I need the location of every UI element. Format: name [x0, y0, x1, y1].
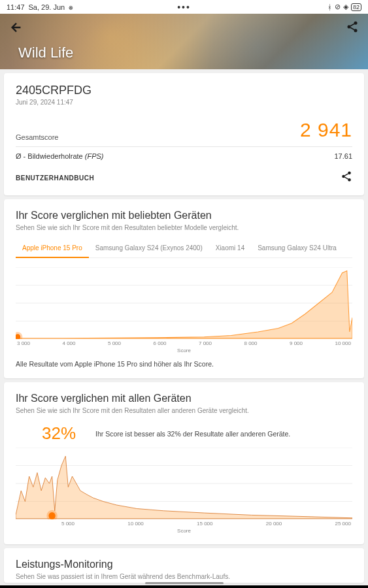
- chart-all: [16, 448, 352, 519]
- wifi-icon: ◈: [343, 3, 348, 11]
- location-icon: ⎈: [69, 3, 73, 11]
- fps-label: Ø - Bildwiederholrate (FPS): [16, 152, 104, 160]
- compare-all-card: Ihr Score verglichen mit allen Geräten S…: [4, 382, 364, 544]
- nav-bar: [0, 585, 368, 588]
- status-dots: •••: [177, 2, 191, 12]
- device-name: 2405CRPFDG: [16, 84, 352, 97]
- dnd-icon: ⊘: [335, 3, 341, 11]
- chart-all-xticks: 5 00010 000 15 00020 000 25 000: [16, 521, 352, 527]
- chart-all-xlabel: Score: [16, 528, 352, 534]
- hero-banner: Wild Life: [0, 14, 368, 69]
- svg-point-0: [354, 22, 358, 25]
- tab-galaxys24ultra[interactable]: Samsung Galaxy S24 Ultra: [251, 240, 343, 257]
- compare-all-title: Ihr Score verglichen mit allen Geräten: [16, 393, 352, 404]
- chart-popular-xticks: 3 0004 000 5 0006 000 7 0008 000 9 00010…: [16, 340, 352, 346]
- tab-galaxys24[interactable]: Samsung Galaxy S24 (Exynos 2400): [89, 240, 209, 257]
- bluetooth-icon: ᚼ: [327, 3, 332, 11]
- status-bar: 11:47 Sa, 29. Jun ⎈ ••• ᚼ ⊘ ◈ 82: [0, 0, 368, 14]
- share-button-hero[interactable]: [346, 20, 359, 38]
- score-marker: [16, 334, 20, 339]
- page-title: Wild Life: [18, 44, 73, 61]
- share-button[interactable]: [341, 171, 352, 185]
- svg-point-3: [348, 172, 351, 175]
- score-marker-all: [48, 512, 55, 519]
- svg-point-1: [348, 25, 351, 29]
- perf-title: Leistungs-Monitoring: [16, 559, 352, 570]
- battery-icon: 82: [351, 3, 361, 11]
- chart-popular: [16, 267, 352, 339]
- total-score-value: 2 941: [300, 119, 352, 141]
- compare-all-subtitle: Sehen Sie wie sich Ihr Score mit den Res…: [16, 407, 352, 414]
- percentile-desc: Ihr Score ist besser als 32% der Resulta…: [95, 430, 352, 438]
- compare-popular-subtitle: Sehen Sie wie sich Ihr Score mit den Res…: [16, 224, 352, 231]
- svg-point-5: [348, 178, 351, 182]
- result-date: Juni 29, 2024 11:47: [16, 99, 352, 106]
- svg-point-2: [354, 29, 358, 32]
- result-card: 2405CRPFDG Juni 29, 2024 11:47 Gesamtsco…: [4, 73, 364, 195]
- device-tabs: Apple iPhone 15 Pro Samsung Galaxy S24 (…: [16, 240, 352, 258]
- home-indicator[interactable]: [145, 582, 224, 584]
- svg-point-4: [342, 175, 345, 178]
- tab-iphone15pro[interactable]: Apple iPhone 15 Pro: [16, 240, 89, 258]
- compare-popular-title: Ihr Score verglichen mit beliebten Gerät…: [16, 210, 352, 221]
- status-time: 11:47: [7, 3, 25, 11]
- back-button[interactable]: [9, 20, 24, 38]
- fps-value: 17.61: [334, 152, 352, 160]
- percentile-value: 32%: [42, 423, 76, 444]
- tab-xiaomi14[interactable]: Xiaomi 14: [209, 240, 251, 257]
- manual-link[interactable]: BENUTZERHANDBUCH: [16, 174, 94, 182]
- perf-card: Leistungs-Monitoring Sehen Sie was passi…: [4, 548, 364, 583]
- total-score-label: Gesamtscore: [16, 133, 58, 141]
- chart-popular-xlabel: Score: [16, 348, 352, 353]
- perf-subtitle: Sehen Sie was passiert ist in Ihrem Gerä…: [16, 573, 352, 580]
- divider: [16, 146, 352, 147]
- compare-popular-card: Ihr Score verglichen mit beliebten Gerät…: [4, 199, 364, 378]
- status-date: Sa, 29. Jun: [29, 3, 65, 11]
- compare-popular-footer: Alle Resultate vom Apple iPhone 15 Pro s…: [16, 360, 352, 368]
